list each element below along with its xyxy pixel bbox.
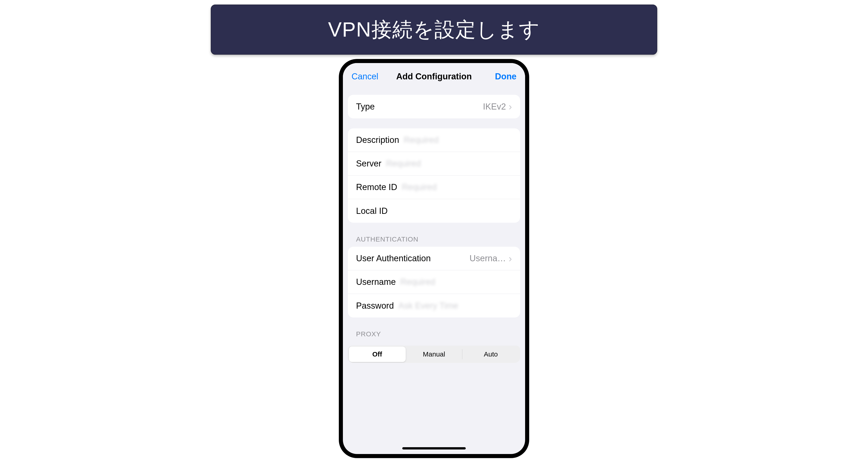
chevron-right-icon: › <box>508 254 512 263</box>
description-row[interactable]: Description Required <box>348 128 520 152</box>
chevron-right-icon: › <box>508 102 512 112</box>
remote-id-label: Remote ID <box>356 182 397 192</box>
user-auth-label: User Authentication <box>356 254 431 263</box>
auth-group: User Authentication Userna… › Username R… <box>348 247 520 317</box>
nav-title: Add Configuration <box>396 71 472 81</box>
user-auth-value: Userna… <box>470 254 506 263</box>
type-label: Type <box>356 102 375 112</box>
remote-id-input[interactable]: Required <box>402 182 437 192</box>
server-row[interactable]: Server Required <box>348 152 520 175</box>
proxy-segmented[interactable]: Off Manual Auto <box>348 346 520 363</box>
proxy-off-segment[interactable]: Off <box>349 346 406 362</box>
type-value: IKEv2 <box>483 102 506 112</box>
username-label: Username <box>356 277 396 287</box>
description-input[interactable]: Required <box>404 135 438 145</box>
navbar: Cancel Add Configuration Done <box>343 63 525 90</box>
banner-title: VPN接続を設定します <box>211 4 657 55</box>
proxy-manual-segment[interactable]: Manual <box>406 346 463 362</box>
type-row[interactable]: Type IKEv2 › <box>348 95 520 118</box>
connection-group: Description Required Server Required Rem… <box>348 128 520 223</box>
home-indicator[interactable] <box>402 447 466 450</box>
phone-frame: Cancel Add Configuration Done Type IKEv2… <box>339 59 529 458</box>
local-id-row[interactable]: Local ID <box>348 199 520 223</box>
auth-header: AUTHENTICATION <box>356 235 520 243</box>
proxy-group: Off Manual Auto <box>348 342 520 363</box>
proxy-header: PROXY <box>356 330 520 338</box>
cancel-button[interactable]: Cancel <box>351 71 383 81</box>
description-label: Description <box>356 135 399 145</box>
done-button[interactable]: Done <box>485 71 517 81</box>
server-label: Server <box>356 159 381 169</box>
user-auth-row[interactable]: User Authentication Userna… › <box>348 247 520 270</box>
password-label: Password <box>356 301 394 311</box>
server-input[interactable]: Required <box>386 159 421 169</box>
username-row[interactable]: Username Required <box>348 270 520 294</box>
password-input[interactable]: Ask Every Time <box>398 301 458 311</box>
username-input[interactable]: Required <box>400 277 435 287</box>
type-group: Type IKEv2 › <box>348 95 520 118</box>
local-id-label: Local ID <box>356 206 388 216</box>
phone-screen: Cancel Add Configuration Done Type IKEv2… <box>343 63 525 454</box>
proxy-auto-segment[interactable]: Auto <box>462 346 519 362</box>
password-row[interactable]: Password Ask Every Time <box>348 294 520 317</box>
remote-id-row[interactable]: Remote ID Required <box>348 175 520 199</box>
